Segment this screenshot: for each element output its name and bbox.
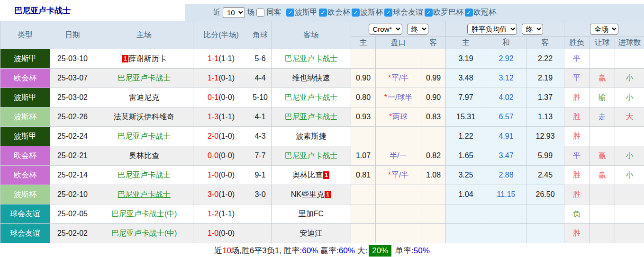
score-cell: 1-0(0-0) <box>193 224 249 243</box>
league-filter: ✓波斯甲 <box>286 8 318 18</box>
league-filter-label: 欧冠杯 <box>473 8 496 18</box>
corner-cell: 9-1 <box>249 166 272 185</box>
score-cell: 0-1(0-0) <box>193 88 249 107</box>
score-cell: 2-0(1-0) <box>193 127 249 146</box>
check-icon: ✓ <box>353 9 358 16</box>
handicap-text: 两球 <box>392 113 408 121</box>
goals-cell <box>615 204 644 224</box>
score-cell: 0-0(0-0) <box>193 146 249 166</box>
handicap-result-cell: 赢 <box>590 146 615 166</box>
filter-controls: 近 10 场 同客 ✓波斯甲✓欧会杯✓波斯杯✓球会友谊✓欧罗巴杯✓欧冠杯 <box>185 4 644 21</box>
halftime-score: (0-0) <box>218 229 235 237</box>
avg-away-odds: 26.50 <box>526 185 564 204</box>
crow-home-odds <box>351 185 376 204</box>
away-team-cell: 巴尼亚卢卡战士 <box>272 88 351 107</box>
away-team-cell: 巴尼亚卢卡战士 <box>272 107 351 127</box>
crow-away-odds: 0.82 <box>421 146 446 166</box>
avg-odds-state-select[interactable]: 终 <box>522 24 543 35</box>
avg-home-odds <box>446 224 486 243</box>
handicap-cell <box>376 204 421 224</box>
handicap-text: 平/半 <box>391 171 408 179</box>
red-count-badge: 1 <box>122 55 128 62</box>
col-header-type: 类型 <box>0 21 50 49</box>
fulltime-score: 1-0 <box>208 171 218 179</box>
result-cell: 胜 <box>564 88 590 107</box>
away-team-name: 里加FC <box>299 210 324 218</box>
period-select[interactable]: 全场 <box>590 24 618 35</box>
avg-home-odds: 3.19 <box>446 49 486 69</box>
avg-draw-odds: 11.15 <box>486 185 526 204</box>
table-row: 球会友谊25-02-05巴尼亚卢卡战士(中)1-2(1-1)里加FC负 <box>0 204 644 224</box>
crow-home-odds <box>351 127 376 146</box>
avg-away-odds: 12.93 <box>526 127 564 146</box>
table-row: 欧会杯25-02-14巴尼亚卢卡战士1-0(0-0)9-1奥林比查10.81*平… <box>0 166 644 185</box>
league-cell: 波斯甲 <box>0 88 50 107</box>
halftime-score: (1-0) <box>218 132 235 140</box>
home-team-cell: 巴尼亚卢卡战士 <box>95 166 193 185</box>
away-team-name: 巴尼亚卢卡战士 <box>285 113 338 121</box>
crow-home-odds: 0.90 <box>351 69 376 88</box>
star-icon: * <box>384 93 387 101</box>
home-team-name: 巴尼亚卢卡战士(中) <box>111 229 177 237</box>
crow-odds-state-select[interactable]: 终 <box>407 24 428 35</box>
goals-cell <box>615 224 644 243</box>
score-cell: 1-1(1-1) <box>193 49 249 69</box>
league-filter-checkbox[interactable]: ✓ <box>425 9 433 17</box>
home-team-cell: 1薛谢斯历卡 <box>95 49 193 69</box>
score-cell: 1-1(0-1) <box>193 69 249 88</box>
home-team-cell: 雷迪尼克 <box>95 88 193 107</box>
home-team-name: 巴尼亚卢卡战士 <box>118 171 171 179</box>
league-filter-checkbox[interactable]: ✓ <box>352 9 360 17</box>
handicap-text: 半/一 <box>390 151 407 160</box>
date-cell: 25-02-24 <box>50 127 95 146</box>
avg-away-odds: 1.13 <box>526 107 564 127</box>
league-cell: 波斯杯 <box>0 107 50 127</box>
league-filter-checkbox[interactable]: ✓ <box>319 9 327 17</box>
league-filter-label: 球会友谊 <box>393 8 423 18</box>
table-row: 波斯甲25-03-02雷迪尼克0-1(0-0)5-10巴尼亚卢卡战士0.80*一… <box>0 88 644 107</box>
recent-count-select[interactable]: 10 <box>223 7 245 18</box>
league-filter-label: 欧罗巴杯 <box>433 8 463 18</box>
handicap-cell <box>376 127 421 146</box>
result-cell: 胜 <box>564 166 590 185</box>
home-team-cell: 巴尼亚卢卡战士(中) <box>95 224 193 243</box>
home-team-name: 薛谢斯历卡 <box>129 54 167 62</box>
corner-cell: 3-0 <box>249 185 272 204</box>
crow-away-odds <box>421 204 446 224</box>
league-filter-checkbox[interactable]: ✓ <box>384 9 392 17</box>
league-filter: ✓欧罗巴杯 <box>425 8 464 18</box>
league-filter-checkbox[interactable]: ✓ <box>465 9 473 17</box>
corner-cell: 4-1 <box>249 107 272 127</box>
avg-away-odds <box>526 204 564 224</box>
crow-away-odds <box>421 185 446 204</box>
home-team-name: 法莫斯沃伊科维奇 <box>114 113 174 121</box>
league-filter-label: 波斯甲 <box>295 8 317 18</box>
away-team-cell: NK些里克1 <box>272 185 351 204</box>
home-team-name[interactable]: 巴尼亚卢卡战士 <box>118 190 171 198</box>
league-filter-checkbox[interactable]: ✓ <box>286 9 294 17</box>
avg-odds-select[interactable]: 胜平负均值 <box>467 24 517 35</box>
score-cell: 1-2(1-1) <box>193 204 249 224</box>
avg-draw-odds: 4.91 <box>486 127 526 146</box>
home-team-cell: 巴尼亚卢卡战士 <box>95 127 193 146</box>
away-team-name: 巴尼亚卢卡战士 <box>285 93 338 101</box>
summary-single-rate: 50% <box>414 246 430 256</box>
handicap-text: 一/球半 <box>388 93 412 101</box>
table-row: 欧会杯25-03-07巴尼亚卢卡战士1-1(0-1)4-4维也纳快速0.90*平… <box>0 69 644 88</box>
same-opponent-checkbox[interactable] <box>256 9 264 17</box>
avg-home-odds: 1.22 <box>446 127 486 146</box>
fulltime-score: 1-3 <box>208 113 218 121</box>
red-count-badge: 1 <box>325 191 331 198</box>
period-group-header: 全场 <box>564 21 644 37</box>
check-icon: ✓ <box>386 9 391 16</box>
table-row: 波斯甲25-02-24巴尼亚卢卡战士2-0(1-0)4-3波素斯捷1.224.9… <box>0 127 644 146</box>
bookmaker-select[interactable]: Crow* <box>369 24 402 35</box>
halftime-score: (1-1) <box>218 54 235 62</box>
avg-home-odds: 3.25 <box>446 166 486 185</box>
match-table: 类型 日期 主场 比分(半场) 角球 客场 Crow* 终 <box>0 21 644 243</box>
handicap-cell <box>376 49 421 69</box>
league-cell: 球会友谊 <box>0 204 50 224</box>
sub-header-crow-home: 主 <box>351 37 376 49</box>
away-team-name: 巴尼亚卢卡战士 <box>285 54 338 62</box>
avg-draw-odds: 6.57 <box>486 107 526 127</box>
